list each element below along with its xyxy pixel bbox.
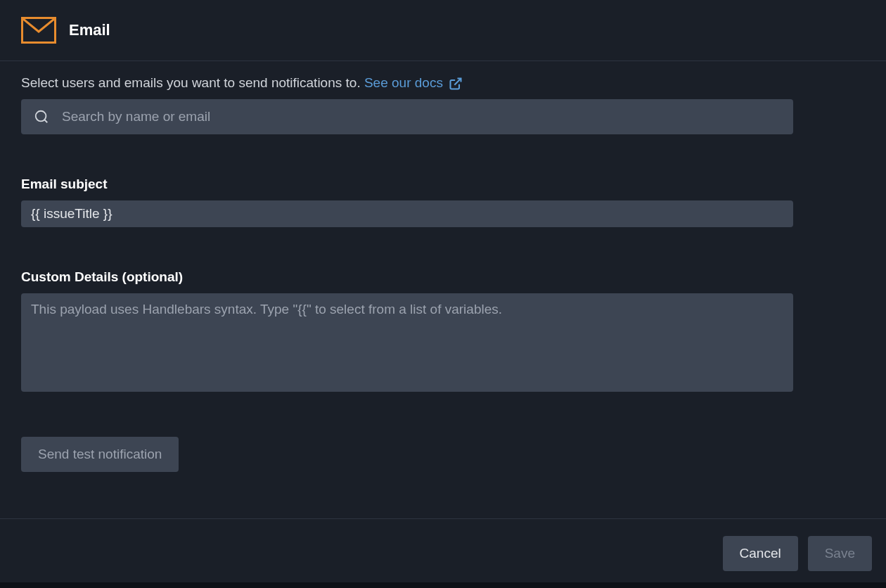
test-notification-button[interactable]: Send test notification [21, 437, 179, 472]
docs-link[interactable]: See our docs [364, 75, 461, 91]
svg-point-1 [36, 111, 46, 122]
email-icon [21, 17, 56, 44]
intro-text: Select users and emails you want to send… [21, 75, 865, 91]
header: Email [0, 0, 886, 61]
bottom-strip [0, 582, 886, 588]
save-button[interactable]: Save [808, 536, 872, 571]
external-link-icon [449, 77, 461, 89]
subject-input[interactable] [21, 200, 793, 227]
svg-line-0 [454, 79, 461, 85]
search-icon [34, 109, 49, 124]
search-wrapper [21, 99, 865, 134]
details-textarea[interactable] [21, 293, 793, 392]
footer: Cancel Save [0, 518, 886, 588]
svg-line-2 [44, 120, 47, 122]
subject-label: Email subject [21, 177, 865, 192]
details-label: Custom Details (optional) [21, 269, 865, 285]
search-input[interactable] [21, 99, 793, 134]
page-title: Email [69, 21, 110, 39]
docs-link-text: See our docs [364, 75, 443, 91]
intro-description: Select users and emails you want to send… [21, 75, 361, 90]
cancel-button[interactable]: Cancel [723, 536, 798, 571]
content-area: Select users and emails you want to send… [0, 61, 886, 493]
